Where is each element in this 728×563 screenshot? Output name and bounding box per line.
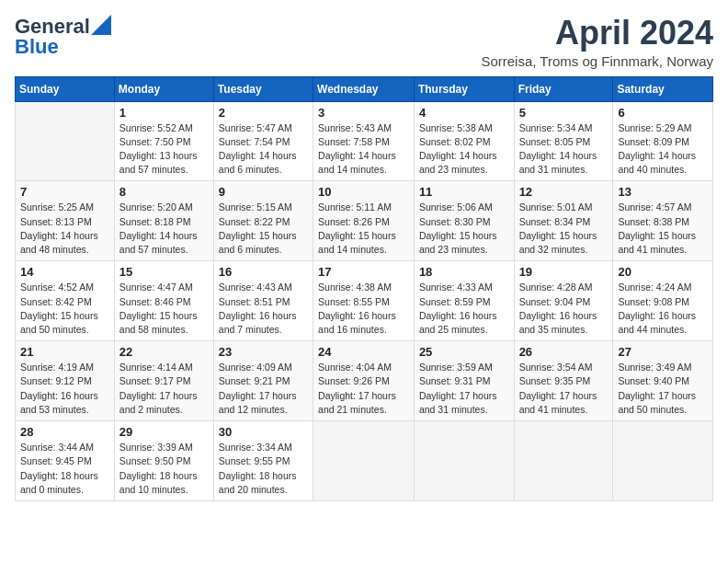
- calendar-cell: 26Sunrise: 3:54 AM Sunset: 9:35 PM Dayli…: [514, 341, 613, 421]
- day-number: 29: [119, 425, 209, 439]
- calendar-day-header: Monday: [114, 76, 213, 101]
- day-info: Sunrise: 4:57 AM Sunset: 8:38 PM Dayligh…: [618, 201, 708, 257]
- day-info: Sunrise: 5:29 AM Sunset: 8:09 PM Dayligh…: [618, 121, 708, 178]
- calendar-week-row: 28Sunrise: 3:44 AM Sunset: 9:45 PM Dayli…: [16, 421, 713, 501]
- day-number: 19: [519, 265, 609, 279]
- day-info: Sunrise: 4:14 AM Sunset: 9:17 PM Dayligh…: [119, 361, 209, 417]
- day-number: 9: [219, 185, 308, 199]
- day-info: Sunrise: 3:59 AM Sunset: 9:31 PM Dayligh…: [419, 361, 509, 417]
- calendar-cell: 29Sunrise: 3:39 AM Sunset: 9:50 PM Dayli…: [114, 421, 213, 501]
- day-number: 5: [519, 106, 609, 120]
- calendar-cell: 27Sunrise: 3:49 AM Sunset: 9:40 PM Dayli…: [613, 341, 713, 421]
- calendar-cell: 19Sunrise: 4:28 AM Sunset: 9:04 PM Dayli…: [514, 261, 613, 341]
- day-number: 1: [119, 106, 209, 120]
- calendar-cell: 16Sunrise: 4:43 AM Sunset: 8:51 PM Dayli…: [213, 261, 313, 341]
- day-info: Sunrise: 4:47 AM Sunset: 8:46 PM Dayligh…: [119, 281, 209, 337]
- day-number: 25: [419, 345, 509, 359]
- calendar-week-row: 7Sunrise: 5:25 AM Sunset: 8:13 PM Daylig…: [16, 181, 713, 261]
- calendar-cell: 30Sunrise: 3:34 AM Sunset: 9:55 PM Dayli…: [213, 421, 313, 501]
- day-info: Sunrise: 5:47 AM Sunset: 7:54 PM Dayligh…: [219, 121, 308, 178]
- day-number: 7: [20, 185, 109, 199]
- calendar-cell: 5Sunrise: 5:34 AM Sunset: 8:05 PM Daylig…: [514, 101, 613, 181]
- calendar-body: 1Sunrise: 5:52 AM Sunset: 7:50 PM Daylig…: [16, 101, 713, 500]
- calendar-week-row: 21Sunrise: 4:19 AM Sunset: 9:12 PM Dayli…: [16, 341, 713, 421]
- calendar-week-row: 1Sunrise: 5:52 AM Sunset: 7:50 PM Daylig…: [16, 101, 713, 181]
- day-number: 11: [419, 185, 509, 199]
- day-number: 3: [318, 106, 409, 120]
- page-header: General Blue April 2024 Sorreisa, Troms …: [15, 15, 713, 69]
- day-number: 28: [20, 425, 109, 439]
- day-info: Sunrise: 4:19 AM Sunset: 9:12 PM Dayligh…: [20, 361, 109, 417]
- calendar-cell: [414, 421, 514, 501]
- calendar-cell: 4Sunrise: 5:38 AM Sunset: 8:02 PM Daylig…: [414, 101, 514, 181]
- day-number: 21: [20, 345, 109, 359]
- calendar-cell: 2Sunrise: 5:47 AM Sunset: 7:54 PM Daylig…: [213, 101, 313, 181]
- title-block: April 2024 Sorreisa, Troms og Finnmark, …: [481, 15, 713, 69]
- day-number: 14: [20, 265, 109, 279]
- calendar-week-row: 14Sunrise: 4:52 AM Sunset: 8:42 PM Dayli…: [16, 261, 713, 341]
- calendar-cell: 21Sunrise: 4:19 AM Sunset: 9:12 PM Dayli…: [16, 341, 115, 421]
- day-number: 6: [618, 106, 708, 120]
- calendar-cell: 8Sunrise: 5:20 AM Sunset: 8:18 PM Daylig…: [114, 181, 213, 261]
- day-info: Sunrise: 5:11 AM Sunset: 8:26 PM Dayligh…: [318, 201, 409, 257]
- day-info: Sunrise: 5:43 AM Sunset: 7:58 PM Dayligh…: [318, 121, 409, 178]
- month-title: April 2024: [481, 15, 713, 52]
- calendar-cell: 18Sunrise: 4:33 AM Sunset: 8:59 PM Dayli…: [414, 261, 514, 341]
- day-info: Sunrise: 5:38 AM Sunset: 8:02 PM Dayligh…: [419, 121, 509, 178]
- calendar-cell: 3Sunrise: 5:43 AM Sunset: 7:58 PM Daylig…: [313, 101, 415, 181]
- day-number: 27: [618, 345, 708, 359]
- day-info: Sunrise: 5:25 AM Sunset: 8:13 PM Dayligh…: [20, 201, 109, 257]
- calendar-cell: 23Sunrise: 4:09 AM Sunset: 9:21 PM Dayli…: [213, 341, 313, 421]
- calendar-day-header: Wednesday: [313, 76, 415, 101]
- day-number: 17: [318, 265, 409, 279]
- day-number: 10: [318, 185, 409, 199]
- calendar-cell: 15Sunrise: 4:47 AM Sunset: 8:46 PM Dayli…: [114, 261, 213, 341]
- calendar-day-header: Sunday: [16, 76, 115, 101]
- calendar-header-row: SundayMondayTuesdayWednesdayThursdayFrid…: [16, 76, 713, 101]
- logo-blue: Blue: [15, 35, 59, 59]
- day-info: Sunrise: 5:15 AM Sunset: 8:22 PM Dayligh…: [219, 201, 308, 257]
- day-info: Sunrise: 3:44 AM Sunset: 9:45 PM Dayligh…: [20, 441, 109, 497]
- calendar-cell: 14Sunrise: 4:52 AM Sunset: 8:42 PM Dayli…: [16, 261, 115, 341]
- day-number: 18: [419, 265, 509, 279]
- day-number: 23: [219, 345, 308, 359]
- day-info: Sunrise: 3:54 AM Sunset: 9:35 PM Dayligh…: [519, 361, 609, 417]
- day-info: Sunrise: 3:39 AM Sunset: 9:50 PM Dayligh…: [119, 441, 209, 497]
- day-info: Sunrise: 4:04 AM Sunset: 9:26 PM Dayligh…: [318, 361, 409, 417]
- day-info: Sunrise: 3:49 AM Sunset: 9:40 PM Dayligh…: [618, 361, 708, 417]
- day-number: 22: [119, 345, 209, 359]
- calendar-cell: 25Sunrise: 3:59 AM Sunset: 9:31 PM Dayli…: [414, 341, 514, 421]
- calendar-cell: 9Sunrise: 5:15 AM Sunset: 8:22 PM Daylig…: [213, 181, 313, 261]
- logo: General Blue: [15, 15, 111, 59]
- day-number: 8: [119, 185, 209, 199]
- calendar-cell: 24Sunrise: 4:04 AM Sunset: 9:26 PM Dayli…: [313, 341, 415, 421]
- calendar-cell: 17Sunrise: 4:38 AM Sunset: 8:55 PM Dayli…: [313, 261, 415, 341]
- calendar-day-header: Thursday: [414, 76, 514, 101]
- day-number: 20: [618, 265, 708, 279]
- day-number: 4: [419, 106, 509, 120]
- calendar-day-header: Saturday: [613, 76, 713, 101]
- day-number: 13: [618, 185, 708, 199]
- day-info: Sunrise: 4:43 AM Sunset: 8:51 PM Dayligh…: [219, 281, 308, 337]
- day-number: 16: [219, 265, 308, 279]
- calendar-cell: 1Sunrise: 5:52 AM Sunset: 7:50 PM Daylig…: [114, 101, 213, 181]
- logo-triangle-icon: [91, 15, 111, 35]
- calendar-cell: 28Sunrise: 3:44 AM Sunset: 9:45 PM Dayli…: [16, 421, 115, 501]
- calendar-cell: 12Sunrise: 5:01 AM Sunset: 8:34 PM Dayli…: [514, 181, 613, 261]
- calendar-day-header: Tuesday: [213, 76, 313, 101]
- calendar-cell: 22Sunrise: 4:14 AM Sunset: 9:17 PM Dayli…: [114, 341, 213, 421]
- day-number: 26: [519, 345, 609, 359]
- calendar-table: SundayMondayTuesdayWednesdayThursdayFrid…: [15, 76, 713, 501]
- calendar-cell: 13Sunrise: 4:57 AM Sunset: 8:38 PM Dayli…: [613, 181, 713, 261]
- day-info: Sunrise: 5:20 AM Sunset: 8:18 PM Dayligh…: [119, 201, 209, 257]
- calendar-cell: 6Sunrise: 5:29 AM Sunset: 8:09 PM Daylig…: [613, 101, 713, 181]
- day-info: Sunrise: 4:24 AM Sunset: 9:08 PM Dayligh…: [618, 281, 708, 337]
- calendar-cell: 11Sunrise: 5:06 AM Sunset: 8:30 PM Dayli…: [414, 181, 514, 261]
- day-info: Sunrise: 5:34 AM Sunset: 8:05 PM Dayligh…: [519, 121, 609, 178]
- day-info: Sunrise: 4:28 AM Sunset: 9:04 PM Dayligh…: [519, 281, 609, 337]
- location-text: Sorreisa, Troms og Finnmark, Norway: [481, 53, 713, 69]
- day-info: Sunrise: 5:52 AM Sunset: 7:50 PM Dayligh…: [119, 121, 209, 178]
- calendar-cell: [313, 421, 415, 501]
- calendar-cell: [16, 101, 115, 181]
- day-info: Sunrise: 5:01 AM Sunset: 8:34 PM Dayligh…: [519, 201, 609, 257]
